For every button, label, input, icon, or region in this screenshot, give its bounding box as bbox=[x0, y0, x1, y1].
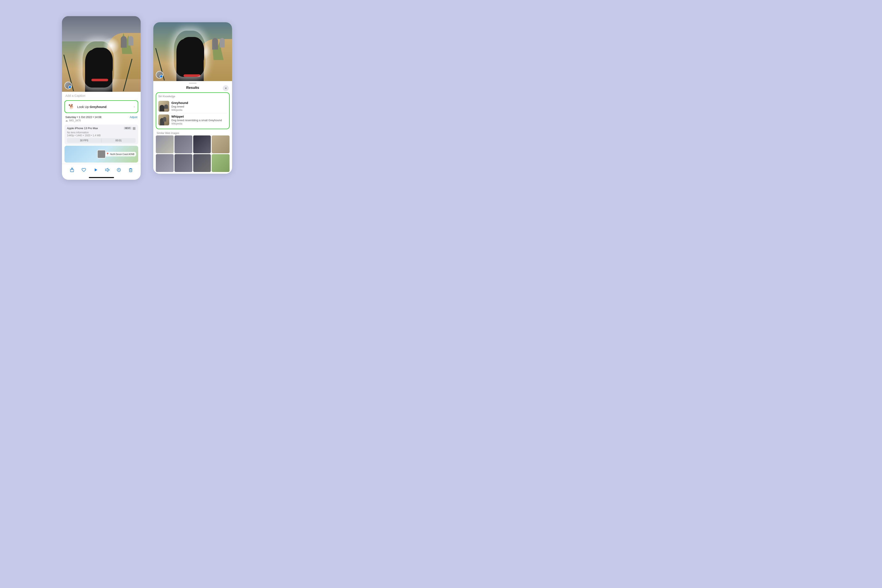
web-image-3[interactable] bbox=[193, 135, 211, 153]
map-pin-icon: 📍 bbox=[106, 153, 109, 156]
dog-lookup-icon: 🐕 bbox=[68, 104, 75, 110]
duration-value: 00:01 bbox=[101, 138, 136, 143]
person-2 bbox=[128, 36, 134, 46]
whippet-subtitle: Dog breed resembling a small Greyhound bbox=[171, 118, 222, 122]
greyhound-thumbnail bbox=[158, 101, 169, 112]
lens-info: No lens information bbox=[67, 131, 136, 134]
device-name: Apple iPhone 13 Pro Max bbox=[67, 127, 98, 130]
greyhound-text: Greyhound Dog breed Wikipedia bbox=[171, 101, 188, 111]
photo-date: Saturday • 1 Oct 2022 • 14:08 bbox=[65, 116, 101, 118]
greyhound-result-item[interactable]: Greyhound Dog breed Wikipedia bbox=[158, 99, 227, 113]
results-dog-collar bbox=[183, 74, 200, 77]
lookup-text: Look Up Greyhound bbox=[77, 105, 131, 109]
whippet-text: Whippet Dog breed resembling a small Gre… bbox=[171, 115, 222, 125]
map-section[interactable]: 📍 North Devon Coast AONB bbox=[64, 146, 138, 162]
results-sheet: Results ✕ Siri Knowledge Greyhound Dog b… bbox=[153, 81, 232, 174]
results-photo-area bbox=[153, 22, 232, 81]
left-phone-card: Add a Caption 🐕 Look Up Greyhound › Satu… bbox=[62, 16, 141, 180]
dog-collar bbox=[92, 79, 108, 81]
results-person-2 bbox=[220, 38, 225, 48]
delete-button[interactable] bbox=[127, 166, 134, 174]
device-section: Apple iPhone 13 Pro Max HEVC ▦ No lens i… bbox=[64, 124, 138, 144]
whippet-title: Whippet bbox=[171, 115, 222, 118]
svg-rect-7 bbox=[129, 169, 132, 172]
web-image-7[interactable] bbox=[193, 154, 211, 172]
svg-marker-1 bbox=[95, 168, 97, 171]
results-avatar bbox=[156, 71, 164, 78]
svg-point-6 bbox=[118, 169, 119, 169]
lookup-row[interactable]: 🐕 Look Up Greyhound › bbox=[64, 100, 138, 113]
web-images-label: Similar Web Images bbox=[153, 130, 232, 135]
sheet-close-button[interactable]: ✕ bbox=[223, 85, 229, 91]
siri-knowledge-section: Siri Knowledge Greyhound Dog breed Wikip… bbox=[156, 92, 230, 129]
filename: IMG_3476 bbox=[69, 119, 81, 122]
adjust-button[interactable]: Adjust bbox=[130, 116, 137, 118]
lookup-chevron-icon: › bbox=[134, 105, 135, 108]
share-button[interactable] bbox=[68, 166, 76, 174]
avatar-badge bbox=[64, 82, 72, 89]
web-images-row-2 bbox=[153, 153, 232, 174]
caption-placeholder[interactable]: Add a Caption bbox=[62, 92, 141, 99]
play-button[interactable] bbox=[92, 166, 99, 174]
right-phone-card: Results ✕ Siri Knowledge Greyhound Dog b… bbox=[153, 22, 232, 174]
web-image-8[interactable] bbox=[212, 154, 230, 172]
results-person-1 bbox=[212, 38, 218, 50]
lookup-bold: Greyhound bbox=[90, 105, 106, 109]
resolution-info: 1440p • 1440 × 1920 • 1.4 MB bbox=[67, 134, 136, 137]
cloud-icon: ☁ bbox=[65, 119, 68, 122]
device-top-row: Apple iPhone 13 Pro Max HEVC ▦ bbox=[67, 126, 136, 130]
mute-button[interactable] bbox=[104, 166, 111, 174]
lookup-prefix: Look Up bbox=[77, 105, 90, 109]
metadata-section: Saturday • 1 Oct 2022 • 14:08 Adjust ☁ I… bbox=[62, 115, 141, 124]
sheet-header: Results ✕ bbox=[153, 85, 232, 92]
results-people bbox=[212, 38, 225, 50]
fps-value: 30 FPS bbox=[67, 138, 101, 143]
siri-knowledge-label: Siri Knowledge bbox=[158, 95, 227, 98]
whippet-thumbnail bbox=[158, 114, 169, 125]
sheet-title: Results bbox=[186, 86, 199, 90]
toolbar bbox=[62, 164, 141, 176]
dog-body bbox=[85, 50, 112, 92]
whippet-result-item[interactable]: Whippet Dog breed resembling a small Gre… bbox=[158, 113, 227, 127]
map-location-text: North Devon Coast AONB bbox=[110, 153, 134, 155]
filename-row: ☁ IMG_3476 bbox=[65, 119, 137, 122]
device-badges: HEVC ▦ bbox=[124, 126, 136, 130]
web-image-6[interactable] bbox=[174, 154, 192, 172]
sheet-handle bbox=[189, 83, 196, 84]
fps-row: 30 FPS 00:01 bbox=[67, 138, 136, 143]
greyhound-source: Wikipedia bbox=[171, 109, 188, 111]
greyhound-title: Greyhound bbox=[171, 101, 188, 105]
home-indicator bbox=[89, 177, 114, 178]
greyhound-subtitle: Dog breed bbox=[171, 105, 188, 108]
date-row: Saturday • 1 Oct 2022 • 14:08 Adjust bbox=[65, 116, 137, 118]
photo-area bbox=[62, 16, 141, 92]
people-bg bbox=[121, 36, 134, 48]
whippet-source: Wikipedia bbox=[171, 122, 222, 125]
hevc-badge: HEVC bbox=[124, 127, 132, 130]
map-label: 📍 North Devon Coast AONB bbox=[104, 152, 136, 156]
visual-lookup-button[interactable] bbox=[115, 166, 123, 174]
map-thumbnail bbox=[97, 150, 106, 158]
web-image-1[interactable] bbox=[156, 135, 174, 153]
video-icon: ▦ bbox=[132, 126, 136, 130]
svg-point-5 bbox=[117, 168, 120, 172]
svg-marker-2 bbox=[106, 168, 108, 172]
web-image-2[interactable] bbox=[174, 135, 192, 153]
person-1 bbox=[121, 36, 127, 48]
favorite-button[interactable] bbox=[80, 166, 88, 174]
web-image-4[interactable] bbox=[212, 135, 230, 153]
web-images-row-1 bbox=[153, 135, 232, 153]
web-image-5[interactable] bbox=[156, 154, 174, 172]
